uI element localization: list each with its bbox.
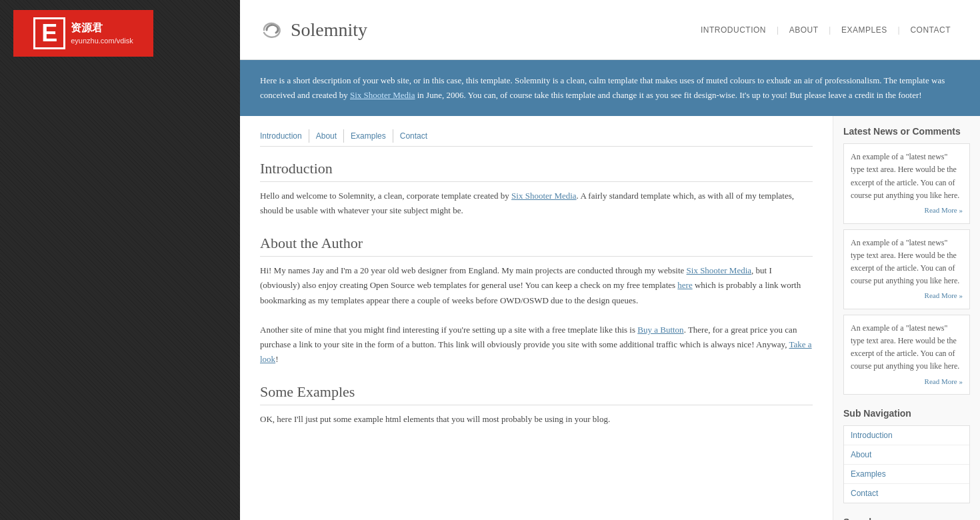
intro-text-after: in June, 2006. You can, of course take t… — [415, 90, 921, 100]
sidebar: Latest News or Comments An example of a … — [833, 116, 980, 520]
about-para-2: Another site of mine that you might find… — [260, 323, 813, 367]
sidebar-search-title: Search — [843, 517, 970, 520]
news-item-2-read-more[interactable]: Read More » — [851, 290, 963, 302]
main-nav: INTRODUCTION | ABOUT | EXAMPLES | CONTAC… — [691, 20, 960, 40]
intro-link[interactable]: Six Shooter Media — [350, 90, 415, 100]
intro-ssm-link[interactable]: Six Shooter Media — [511, 191, 577, 201]
sidebar-search-section: Search — [843, 517, 970, 520]
sidebar-news-section: Latest News or Comments An example of a … — [843, 126, 970, 395]
section-content-about: Hi! My names Jay and I'm a 20 year old w… — [260, 263, 813, 367]
news-item-3-read-more[interactable]: Read More » — [851, 376, 963, 388]
section-heading-examples: Some Examples — [260, 383, 813, 405]
logo-line2: eyunzhu.com/vdisk — [71, 36, 133, 46]
sidebar-news-title: Latest News or Comments — [843, 126, 970, 137]
about-para-1: Hi! My names Jay and I'm a 20 year old w… — [260, 263, 813, 307]
nav-sep-3: | — [897, 25, 901, 35]
nav-introduction[interactable]: INTRODUCTION — [691, 20, 775, 40]
site-title: Solemnity — [260, 19, 367, 41]
news-item-3: An example of a "latest news" type text … — [843, 315, 970, 395]
about-here-link[interactable]: here — [677, 280, 692, 290]
sidebar-subnav-section: Sub Navigation Introduction About Exampl… — [843, 408, 970, 503]
sub-tab-introduction[interactable]: Introduction — [260, 129, 309, 143]
news-item-2-text: An example of a "latest news" type text … — [851, 238, 959, 286]
buy-button-link[interactable]: Buy a Button — [637, 325, 683, 335]
news-item-1-read-more[interactable]: Read More » — [851, 205, 963, 217]
nav-sep-1: | — [775, 25, 780, 35]
sub-nav-introduction: Introduction — [844, 426, 969, 445]
news-item-1-text: An example of a "latest news" type text … — [851, 152, 959, 200]
section-heading-introduction: Introduction — [260, 160, 813, 182]
sub-tab-about[interactable]: About — [309, 129, 344, 143]
news-item-2: An example of a "latest news" type text … — [843, 229, 970, 309]
nav-sep-2: | — [827, 25, 832, 35]
intro-para: Hello and welcome to Solemnity, a clean,… — [260, 189, 813, 218]
logo-line1: 资源君 — [71, 21, 133, 35]
sub-tabs: Introduction About Examples Contact — [260, 129, 813, 147]
sub-nav-about-link[interactable]: About — [844, 445, 969, 464]
news-item-1: An example of a "latest news" type text … — [843, 143, 970, 223]
sidebar-subnav-title: Sub Navigation — [843, 408, 970, 419]
main-wrapper: Solemnity INTRODUCTION | ABOUT | EXAMPLE… — [240, 0, 980, 520]
left-panel — [0, 0, 240, 520]
sub-nav-examples: Examples — [844, 465, 969, 484]
about-ssm-link[interactable]: Six Shooter Media — [687, 265, 752, 275]
nav-examples[interactable]: EXAMPLES — [832, 20, 897, 40]
examples-para: OK, here I'll just put some example html… — [260, 412, 813, 427]
logo-text: 资源君 eyunzhu.com/vdisk — [71, 21, 133, 46]
logo-box[interactable]: E 资源君 eyunzhu.com/vdisk — [13, 10, 153, 57]
section-content-examples: OK, here I'll just put some example html… — [260, 412, 813, 427]
sub-nav-examples-link[interactable]: Examples — [844, 465, 969, 483]
sub-nav-introduction-link[interactable]: Introduction — [844, 426, 969, 445]
header: Solemnity INTRODUCTION | ABOUT | EXAMPLE… — [240, 0, 980, 60]
nav-about[interactable]: ABOUT — [780, 20, 828, 40]
sub-nav-list: Introduction About Examples Contact — [843, 425, 970, 503]
intro-banner: Here is a short description of your web … — [240, 60, 980, 116]
section-heading-about: About the Author — [260, 235, 813, 257]
news-item-3-text: An example of a "latest news" type text … — [851, 323, 959, 371]
main-column: Introduction About Examples Contact Intr… — [240, 116, 833, 520]
sub-tab-examples[interactable]: Examples — [344, 129, 393, 143]
site-name: Solemnity — [291, 19, 367, 41]
section-content-introduction: Hello and welcome to Solemnity, a clean,… — [260, 189, 813, 218]
site-logo-icon — [260, 21, 284, 39]
sub-nav-about: About — [844, 445, 969, 465]
sub-nav-contact: Contact — [844, 484, 969, 503]
sub-nav-contact-link[interactable]: Contact — [844, 484, 969, 503]
nav-contact[interactable]: CONTACT — [901, 20, 960, 40]
content-area: Introduction About Examples Contact Intr… — [240, 116, 980, 520]
logo-letter: E — [33, 17, 65, 49]
sub-tab-contact[interactable]: Contact — [393, 129, 434, 143]
